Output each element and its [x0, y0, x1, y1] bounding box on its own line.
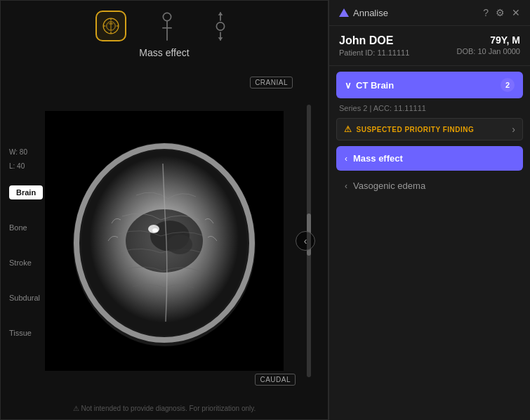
ct-chevron-icon: ∨ [345, 80, 352, 91]
disclaimer: Not intended to provide diagnosis. For p… [1, 405, 328, 412]
ct-brain-section[interactable]: ∨ CT Brain 2 [336, 72, 523, 98]
finding-mass-effect-label: Mass effect [353, 153, 403, 164]
svg-point-11 [216, 22, 224, 29]
priority-finding-bar[interactable]: ⚠ SUSPECTED PRIORITY FINDING › [336, 118, 523, 140]
help-icon[interactable]: ? [483, 7, 489, 18]
header-actions: ? ⚙ ✕ [483, 7, 520, 18]
scan-title: Mass effect [1, 47, 328, 63]
finding-chevron-icon: ‹ [345, 154, 347, 164]
app-title: Annalise [353, 8, 388, 18]
svg-point-8 [163, 13, 171, 20]
category-list: Brain Bone Stroke Subdural Tissue [9, 185, 43, 340]
ct-brain-badge: 2 [501, 78, 515, 92]
priority-label: ⚠ SUSPECTED PRIORITY FINDING [344, 124, 474, 134]
category-stroke[interactable]: Stroke [9, 256, 43, 270]
app-logo: Annalise [339, 8, 388, 18]
patient-id: Patient ID: 11.11111 [339, 48, 409, 57]
svg-point-23 [152, 228, 158, 232]
tool-brain-window[interactable] [95, 11, 126, 41]
finding-vasogenic-chevron-icon: ‹ [345, 181, 347, 191]
patient-info: John DOE Patient ID: 11.11111 79Y, M DOB… [329, 26, 530, 66]
label-cranial: CRANIAL [250, 77, 293, 88]
priority-expand-icon: › [512, 124, 515, 135]
scan-nav-left[interactable]: ‹ [296, 231, 315, 251]
label-caudal: CAUDAL [255, 374, 296, 386]
window-level-labels: W: 80 L: 40 [9, 147, 27, 172]
settings-icon[interactable]: ⚙ [496, 7, 505, 18]
scan-panel: Mass effect W: 80 L: 40 Brain Bone Strok… [0, 0, 329, 420]
category-subdural[interactable]: Subdural [9, 291, 43, 305]
logo-icon [339, 8, 349, 17]
finding-mass-effect[interactable]: ‹ Mass effect [336, 146, 523, 171]
toolbar [1, 1, 328, 47]
scan-area: W: 80 L: 40 Brain Bone Stroke Subdural T… [1, 63, 328, 419]
category-tissue[interactable]: Tissue [9, 326, 43, 340]
svg-marker-15 [218, 37, 223, 41]
svg-marker-14 [218, 12, 223, 15]
category-brain[interactable]: Brain [9, 185, 43, 199]
svg-point-24 [167, 235, 192, 254]
tool-adjust[interactable] [154, 13, 180, 39]
finding-vasogenic-edema[interactable]: ‹ Vasogenic edema [336, 175, 523, 197]
app-header: Annalise ? ⚙ ✕ [329, 0, 530, 26]
finding-vasogenic-label: Vasogenic edema [353, 181, 425, 191]
tool-navigate[interactable] [208, 13, 233, 39]
level-label: L: 40 [9, 161, 27, 172]
right-panel: Annalise ? ⚙ ✕ John DOE Patient ID: 11.1… [329, 0, 530, 420]
patient-dob: DOB: 10 Jan 0000 [456, 47, 520, 55]
ct-brain-label: ∨ CT Brain [345, 80, 394, 91]
patient-age: 79Y, M [456, 34, 520, 46]
category-bone[interactable]: Bone [9, 221, 43, 235]
brain-scan-image [45, 111, 284, 371]
window-label: W: 80 [9, 147, 27, 158]
patient-name: John DOE [339, 34, 409, 47]
warning-icon: ⚠ [344, 124, 352, 134]
series-info: Series 2 | ACC: 11.11111 [329, 98, 530, 115]
close-icon[interactable]: ✕ [512, 7, 520, 18]
